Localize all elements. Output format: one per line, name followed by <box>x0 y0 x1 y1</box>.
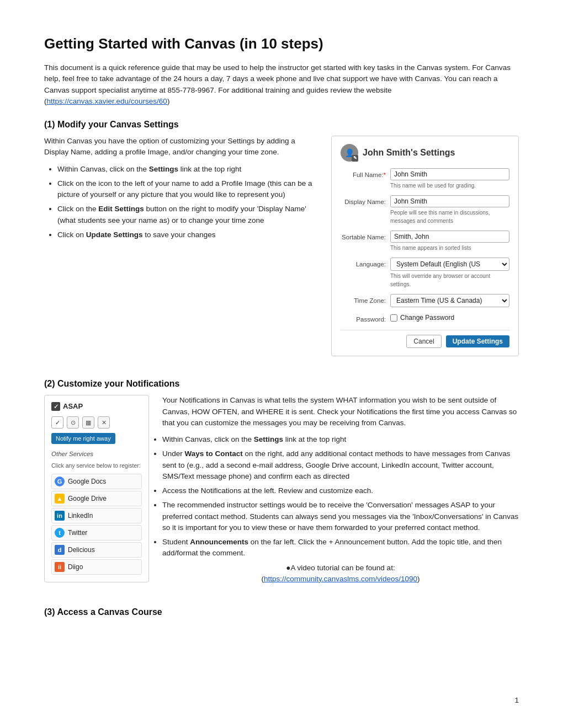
check-icon[interactable]: ✓ <box>51 416 63 429</box>
google-docs-icon: G <box>55 477 65 486</box>
other-services-title: Other Services <box>51 449 142 459</box>
sortable-name-label: Sortable Name: <box>341 231 390 242</box>
change-password-checkbox[interactable] <box>390 314 397 322</box>
twitter-icon: t <box>55 528 65 538</box>
service-google-drive[interactable]: ▲ Google Drive <box>51 491 142 506</box>
sortable-name-field: Sortable Name: This name appears in sort… <box>341 231 509 253</box>
display-name-field: Display Name: People will see this name … <box>341 195 509 226</box>
language-hint: This will override any browser or accoun… <box>390 272 509 288</box>
page-number: 1 <box>514 696 519 704</box>
service-twitter-label: Twitter <box>68 528 87 538</box>
service-delicious-label: Delicious <box>68 545 95 555</box>
service-linkedin-label: LinkedIn <box>68 511 93 521</box>
timezone-content: Eastern Time (US & Canada) <box>390 294 509 308</box>
linkedin-icon: in <box>55 511 65 521</box>
intro-end: ) <box>167 97 170 105</box>
icon-row: ✓ ⊙ ▦ ✕ <box>51 416 142 429</box>
clock-icon[interactable]: ⊙ <box>67 416 79 429</box>
password-label: Password: <box>341 313 390 324</box>
asap-row: ✓ ASAP <box>51 401 142 412</box>
display-name-label: Display Name: <box>341 195 390 207</box>
service-google-docs-label: Google Docs <box>68 477 106 486</box>
language-label: Language: <box>341 258 390 269</box>
section-3: (3) Access a Canvas Course <box>44 606 519 619</box>
full-name-content: This name will be used for grading. <box>390 168 509 191</box>
full-name-input[interactable] <box>390 168 509 180</box>
settings-actions: Cancel Update Settings <box>341 330 509 348</box>
settings-screenshot: 👤 ✎ John Smith's Settings Full Name:* Th… <box>331 136 519 356</box>
notifications-screenshot: ✓ ASAP ✓ ⊙ ▦ ✕ Notify me right away Othe… <box>44 395 149 582</box>
asap-label: ASAP <box>63 401 83 412</box>
sortable-name-input[interactable] <box>390 231 509 243</box>
service-diigo[interactable]: ii Diigo <box>51 559 142 575</box>
display-name-input[interactable] <box>390 195 509 207</box>
timezone-field: Time Zone: Eastern Time (US & Canada) <box>341 294 509 308</box>
full-name-hint: This name will be used for grading. <box>390 181 509 190</box>
section-1-heading: (1) Modify your Canvas Settings <box>44 118 519 131</box>
service-google-docs[interactable]: G Google Docs <box>51 474 142 489</box>
asap-checkmark: ✓ <box>51 402 60 411</box>
sortable-name-hint: This name appears in sorted lists <box>390 244 509 252</box>
calendar-icon[interactable]: ▦ <box>82 416 94 429</box>
password-field: Password: Change Password <box>341 313 509 324</box>
service-diigo-label: Diigo <box>68 562 83 572</box>
full-name-field: Full Name:* This name will be used for g… <box>341 168 509 191</box>
intro-link[interactable]: https://canvas.xavier.edu/courses/60 <box>47 97 167 105</box>
full-name-label: Full Name:* <box>341 168 390 180</box>
section-2: (2) Customize your Notifications ✓ ASAP … <box>44 377 519 590</box>
cancel-button[interactable]: Cancel <box>406 335 441 348</box>
avatar: 👤 ✎ <box>341 144 358 162</box>
delicious-icon: d <box>55 545 65 555</box>
google-drive-icon: ▲ <box>55 494 65 504</box>
section-3-heading: (3) Access a Canvas Course <box>44 606 519 619</box>
service-linkedin[interactable]: in LinkedIn <box>51 508 142 523</box>
sortable-name-content: This name appears in sorted lists <box>390 231 509 253</box>
update-settings-button[interactable]: Update Settings <box>446 335 509 347</box>
section-2-heading: (2) Customize your Notifications <box>44 377 519 390</box>
language-content: System Default (English (US This will ov… <box>390 258 509 290</box>
page-number-container: 1 <box>514 695 519 706</box>
page-title: Getting Started with Canvas (in 10 steps… <box>44 33 519 55</box>
display-name-hint: People will see this name in discussions… <box>390 208 509 225</box>
service-twitter[interactable]: t Twitter <box>51 525 142 540</box>
change-password-label: Change Password <box>400 313 454 323</box>
edit-badge: ✎ <box>352 155 358 162</box>
diigo-icon: ii <box>55 562 65 572</box>
close-icon[interactable]: ✕ <box>98 416 110 429</box>
settings-title-row: 👤 ✎ John Smith's Settings <box>341 144 509 162</box>
timezone-select[interactable]: Eastern Time (US & Canada) <box>390 294 509 307</box>
language-field: Language: System Default (English (US Th… <box>341 258 509 290</box>
intro-paragraph: This document is a quick reference guide… <box>44 62 519 107</box>
language-select[interactable]: System Default (English (US <box>390 258 509 271</box>
display-name-content: People will see this name in discussions… <box>390 195 509 226</box>
settings-title-text: John Smith's Settings <box>363 146 455 159</box>
video-link[interactable]: https://community.canvaslms.com/videos/1… <box>264 575 417 583</box>
password-content: Change Password <box>390 313 509 323</box>
section-1: (1) Modify your Canvas Settings 👤 ✎ John… <box>44 118 519 362</box>
timezone-label: Time Zone: <box>341 294 390 306</box>
service-google-drive-label: Google Drive <box>68 494 107 504</box>
notify-right-away-button[interactable]: Notify me right away <box>51 433 115 444</box>
click-register-text: Click any service below to register: <box>51 462 142 470</box>
service-delicious[interactable]: d Delicious <box>51 542 142 558</box>
